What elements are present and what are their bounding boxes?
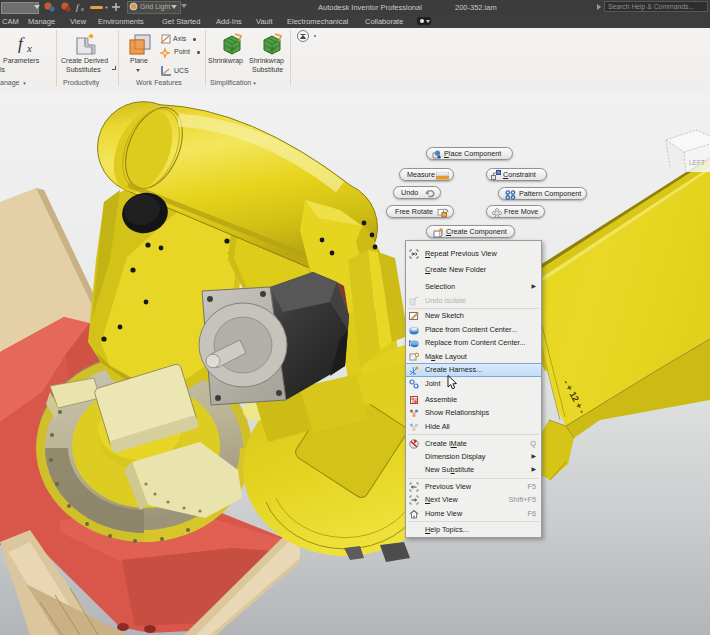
svg-text:LEFT: LEFT <box>689 159 705 166</box>
svg-text:f: f <box>18 34 25 53</box>
svg-text:f: f <box>76 2 80 12</box>
svg-text:x: x <box>80 6 84 12</box>
svg-text:x: x <box>26 42 32 54</box>
